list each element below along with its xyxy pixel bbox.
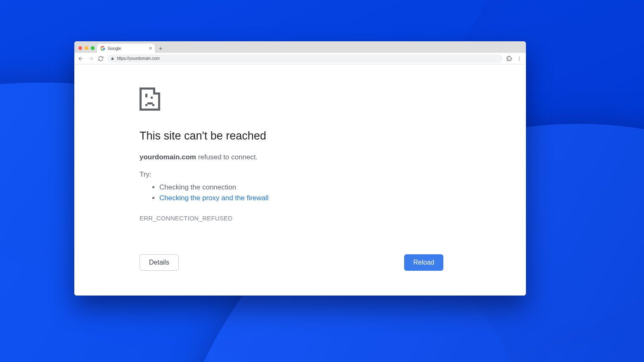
svg-rect-5 xyxy=(158,92,160,111)
error-domain: yourdomain.com xyxy=(140,153,196,161)
svg-rect-12 xyxy=(147,102,153,104)
browser-window: Google ✕ + https://yourdomain.com xyxy=(74,41,526,296)
lock-icon xyxy=(111,56,114,61)
window-minimize-button[interactable] xyxy=(85,46,88,50)
svg-rect-3 xyxy=(140,88,142,111)
try-item: Checking the connection xyxy=(159,182,404,193)
window-close-button[interactable] xyxy=(78,46,82,50)
svg-rect-8 xyxy=(153,92,160,95)
error-heading: This site can't be reached xyxy=(140,130,404,142)
tab-strip: Google ✕ + xyxy=(74,41,526,53)
arrow-right-icon xyxy=(88,56,94,62)
menu-button[interactable] xyxy=(516,55,523,62)
svg-rect-6 xyxy=(140,88,155,90)
new-tab-button[interactable]: + xyxy=(156,44,165,52)
error-message: yourdomain.com refused to connect. xyxy=(140,153,404,161)
try-list: Checking the connection Checking the pro… xyxy=(159,182,404,204)
address-bar[interactable]: https://yourdomain.com xyxy=(107,54,503,63)
browser-tab[interactable]: Google ✕ xyxy=(97,44,155,53)
arrow-left-icon xyxy=(78,56,84,62)
tab-title: Google xyxy=(108,46,146,51)
reload-icon xyxy=(98,56,104,62)
back-button[interactable] xyxy=(78,55,84,62)
proxy-firewall-link[interactable]: Checking the proxy and the firewall xyxy=(159,194,269,202)
svg-rect-11 xyxy=(145,104,147,106)
window-maximize-button[interactable] xyxy=(91,46,95,50)
kebab-menu-icon xyxy=(516,56,522,62)
google-favicon-icon xyxy=(100,46,105,51)
tab-close-icon[interactable]: ✕ xyxy=(149,46,152,51)
try-label: Try: xyxy=(140,170,404,179)
error-message-suffix: refused to connect. xyxy=(196,153,258,161)
url-text: https://yourdomain.com xyxy=(117,56,500,61)
traffic-lights xyxy=(77,46,97,53)
forward-button[interactable] xyxy=(88,55,94,62)
extensions-button[interactable] xyxy=(506,55,513,62)
svg-rect-13 xyxy=(152,104,154,106)
try-item: Checking the proxy and the firewall xyxy=(159,193,404,203)
svg-rect-7 xyxy=(153,88,155,92)
svg-rect-4 xyxy=(140,109,160,111)
button-row: Details Reload xyxy=(140,254,443,271)
svg-rect-10 xyxy=(151,97,153,99)
svg-point-1 xyxy=(519,58,520,59)
reload-nav-button[interactable] xyxy=(97,55,104,62)
error-code: ERR_CONNECTION_REFUSED xyxy=(140,215,404,222)
reload-button[interactable]: Reload xyxy=(404,254,443,271)
sad-page-icon xyxy=(140,88,404,112)
toolbar: https://yourdomain.com xyxy=(74,53,526,64)
svg-point-2 xyxy=(519,60,520,61)
error-page-content: This site can't be reached yourdomain.co… xyxy=(74,64,526,296)
svg-rect-9 xyxy=(145,94,147,97)
extension-icon xyxy=(507,56,512,62)
details-button[interactable]: Details xyxy=(140,254,179,271)
svg-point-0 xyxy=(519,56,520,57)
